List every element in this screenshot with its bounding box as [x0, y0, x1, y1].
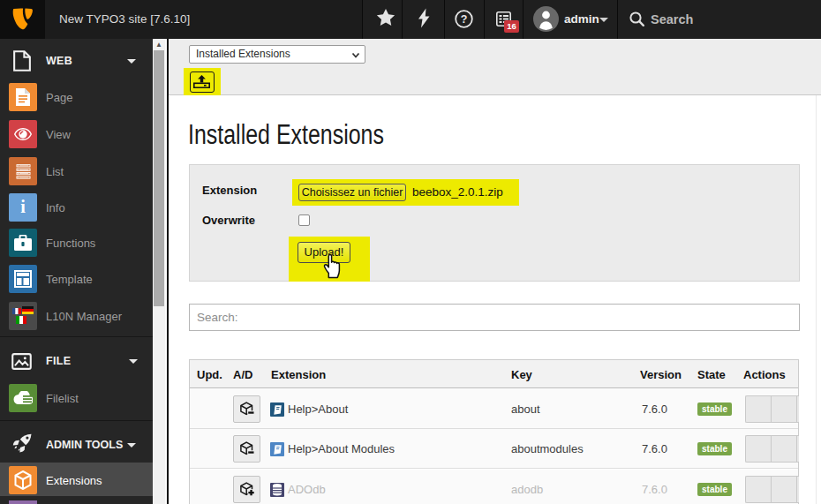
svg-text:?: ? — [461, 13, 468, 26]
